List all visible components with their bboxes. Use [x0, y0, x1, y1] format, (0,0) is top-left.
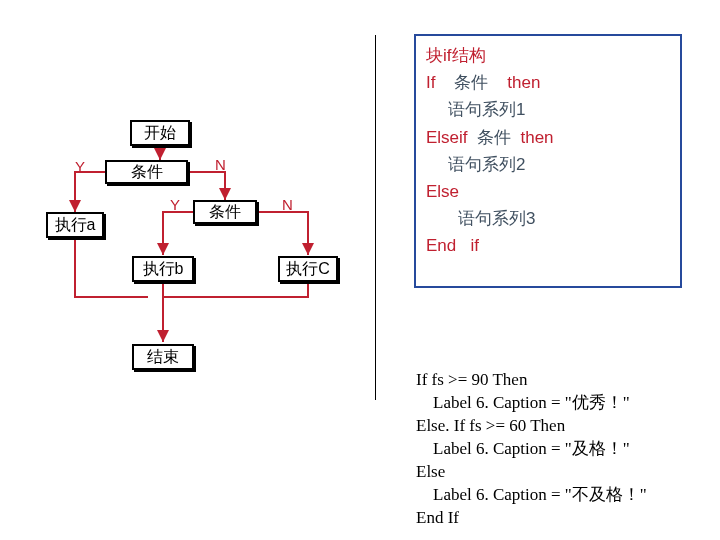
syntax-elseif-line: Elseif 条件 then [426, 124, 670, 151]
syntax-title-text: 块if结构 [426, 46, 486, 65]
flow-end: 结束 [132, 344, 194, 370]
stmt1: 语句系列1 [448, 96, 670, 123]
kw-if: If [426, 73, 435, 92]
flow-exec-c: 执行C [278, 256, 338, 282]
vertical-divider [375, 35, 376, 400]
flow-cond2: 条件 [193, 200, 257, 224]
label-y1: Y [75, 158, 85, 175]
page-canvas: 块if结构 If 条件 then 语句系列1 Elseif 条件 then 语句… [0, 0, 720, 540]
flow-cond1: 条件 [105, 160, 188, 184]
code-l2: Label 6. Caption = "优秀！" [416, 393, 630, 412]
code-l3: Else. If fs >= 60 Then [416, 416, 565, 435]
kw-then2: then [520, 128, 553, 147]
flowchart: 开始 条件 条件 执行a 执行b 执行C 结束 Y N Y N [30, 120, 370, 400]
label-n2: N [282, 196, 293, 213]
flow-start: 开始 [130, 120, 190, 146]
kw-elseif: Elseif [426, 128, 468, 147]
kw-if2: if [470, 236, 479, 255]
code-l5: Else [416, 462, 445, 481]
stmt2: 语句系列2 [448, 151, 670, 178]
code-l6: Label 6. Caption = "不及格！" [416, 485, 647, 504]
syntax-else-line: Else [426, 178, 670, 205]
syntax-if-line: If 条件 then [426, 69, 670, 96]
label-n1: N [215, 156, 226, 173]
kw-end: End [426, 236, 456, 255]
stmt3: 语句系列3 [458, 205, 670, 232]
kw-else: Else [426, 182, 459, 201]
label-y2: Y [170, 196, 180, 213]
syntax-endif-line: End if [426, 232, 670, 259]
code-l4: Label 6. Caption = "及格！" [416, 439, 630, 458]
flow-exec-b: 执行b [132, 256, 194, 282]
code-block: If fs >= 90 Then Label 6. Caption = "优秀！… [416, 346, 647, 530]
elseif-cond: 条件 [477, 128, 511, 147]
if-cond: 条件 [454, 73, 488, 92]
syntax-box: 块if结构 If 条件 then 语句系列1 Elseif 条件 then 语句… [414, 34, 682, 288]
flow-exec-a: 执行a [46, 212, 104, 238]
syntax-title: 块if结构 [426, 42, 670, 69]
code-l1: If fs >= 90 Then [416, 370, 527, 389]
code-l7: End If [416, 508, 459, 527]
kw-then1: then [507, 73, 540, 92]
